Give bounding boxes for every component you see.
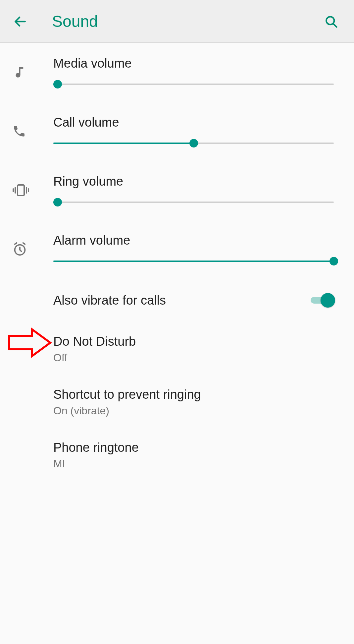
phone-icon — [12, 124, 26, 138]
media-volume-label: Media volume — [53, 56, 334, 71]
do-not-disturb-item[interactable]: Do Not Disturb Off — [0, 322, 354, 375]
back-arrow-icon — [13, 14, 27, 29]
vibrate-for-calls-switch[interactable] — [311, 293, 334, 308]
media-volume-row: Media volume — [0, 43, 354, 102]
alarm-clock-icon — [12, 242, 27, 257]
do-not-disturb-subtitle: Off — [53, 352, 136, 364]
call-volume-slider[interactable] — [53, 139, 334, 147]
ring-volume-label: Ring volume — [53, 174, 334, 189]
app-bar: Sound — [0, 0, 354, 43]
media-volume-slider[interactable] — [53, 80, 334, 88]
svg-line-10 — [23, 243, 25, 244]
shortcut-prevent-ringing-subtitle: On (vibrate) — [53, 405, 201, 417]
page-title: Sound — [52, 12, 98, 30]
search-button[interactable] — [318, 8, 344, 35]
svg-rect-3 — [18, 185, 24, 196]
vibrate-icon — [12, 183, 29, 197]
alarm-volume-slider[interactable] — [53, 257, 334, 265]
sound-settings-screen: Sound Media volume — [0, 0, 354, 644]
ring-volume-slider[interactable] — [53, 198, 334, 206]
svg-line-2 — [333, 23, 337, 27]
ring-volume-row: Ring volume — [0, 161, 354, 220]
annotation-arrow-icon — [6, 326, 52, 359]
search-icon — [324, 14, 338, 29]
phone-ringtone-title: Phone ringtone — [53, 439, 139, 456]
vibrate-for-calls-label: Also vibrate for calls — [53, 293, 311, 308]
do-not-disturb-title: Do Not Disturb — [53, 333, 136, 350]
call-volume-row: Call volume — [0, 102, 354, 161]
svg-line-9 — [15, 243, 17, 244]
shortcut-prevent-ringing-title: Shortcut to prevent ringing — [53, 386, 201, 403]
shortcut-prevent-ringing-item[interactable]: Shortcut to prevent ringing On (vibrate) — [0, 375, 354, 428]
back-button[interactable] — [7, 8, 33, 35]
content: Media volume Call volume — [0, 43, 354, 644]
vibrate-for-calls-row[interactable]: Also vibrate for calls — [0, 279, 354, 322]
alarm-volume-label: Alarm volume — [53, 233, 334, 248]
phone-ringtone-item[interactable]: Phone ringtone MI — [0, 428, 354, 481]
music-note-icon — [12, 65, 26, 79]
phone-ringtone-subtitle: MI — [53, 458, 139, 470]
alarm-volume-row: Alarm volume — [0, 220, 354, 279]
call-volume-label: Call volume — [53, 115, 334, 130]
